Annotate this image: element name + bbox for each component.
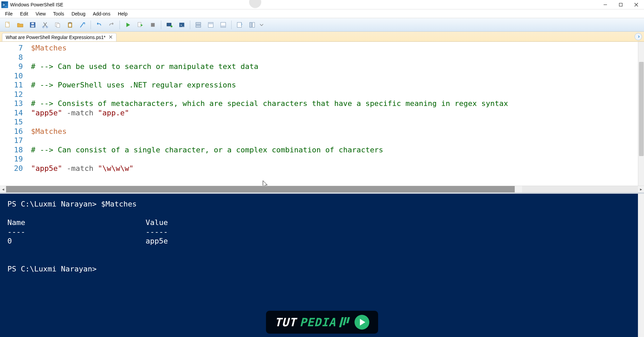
- line-number: 20: [0, 164, 27, 174]
- toolbar: >_: [0, 18, 644, 32]
- menu-help[interactable]: Help: [115, 10, 131, 17]
- layout-top-button[interactable]: [205, 20, 216, 30]
- svg-rect-11: [57, 24, 60, 27]
- editor-horizontal-scrollbar[interactable]: ◂ ▸: [0, 186, 644, 192]
- tab-label: What are PowerShell Regular Expressions.…: [6, 35, 105, 40]
- svg-rect-1: [619, 3, 622, 6]
- run-button[interactable]: [122, 20, 134, 30]
- code-area[interactable]: $Matches# --> Can be used to search or m…: [27, 42, 644, 186]
- code-line[interactable]: [27, 155, 644, 164]
- svg-rect-4: [6, 22, 9, 27]
- console-underline: -----: [146, 228, 168, 236]
- scrollbar-track[interactable]: [522, 186, 638, 192]
- code-line[interactable]: [27, 90, 644, 100]
- code-line[interactable]: # --> Consists of metacharacters, which …: [27, 99, 644, 109]
- svg-rect-22: [196, 25, 201, 27]
- toolbar-separator: [161, 21, 161, 29]
- cut-button[interactable]: [39, 20, 51, 30]
- svg-rect-21: [196, 22, 201, 24]
- menu-tools[interactable]: Tools: [50, 10, 67, 17]
- toolbar-separator: [190, 21, 190, 29]
- line-number: 10: [0, 72, 27, 81]
- maximize-button[interactable]: [613, 0, 629, 9]
- watermark: TUT PEDIA: [266, 311, 378, 334]
- svg-rect-28: [250, 22, 252, 27]
- toolbar-separator: [91, 21, 91, 29]
- menu-file[interactable]: File: [2, 10, 16, 17]
- svg-rect-26: [221, 25, 226, 27]
- undo-button[interactable]: [93, 20, 105, 30]
- code-line[interactable]: $Matches: [27, 44, 644, 53]
- code-line[interactable]: # --> PowerShell uses .NET regular expre…: [27, 81, 644, 90]
- menu-view[interactable]: View: [33, 10, 49, 17]
- console-header-value: Value: [146, 218, 168, 227]
- console-command: $Matches: [101, 200, 137, 208]
- console-vertical-scrollbar[interactable]: [638, 194, 644, 337]
- find-button[interactable]: [77, 20, 88, 30]
- scroll-right-button[interactable]: ▸: [638, 186, 644, 192]
- svg-rect-13: [69, 24, 71, 27]
- editor-tab[interactable]: What are PowerShell Regular Expressions.…: [2, 33, 116, 41]
- code-line[interactable]: [27, 72, 644, 81]
- code-line[interactable]: [27, 118, 644, 127]
- svg-rect-29: [252, 22, 255, 27]
- code-line[interactable]: # --> Can consist of a single character,…: [27, 146, 644, 155]
- line-number: 13: [0, 99, 27, 109]
- stop-button[interactable]: [147, 20, 159, 30]
- console-prompt: PS C:\Luxmi Narayan>: [7, 265, 97, 273]
- console-pane[interactable]: PS C:\Luxmi Narayan> $Matches Name Value…: [0, 194, 644, 337]
- svg-rect-17: [167, 23, 171, 26]
- remote-button[interactable]: [164, 20, 175, 30]
- scroll-left-button[interactable]: ◂: [0, 186, 6, 192]
- decorative-circle: [249, 0, 261, 8]
- menubar: File Edit View Tools Debug Add-ons Help: [0, 9, 644, 18]
- save-button[interactable]: [27, 20, 38, 30]
- minimize-button[interactable]: [598, 0, 613, 9]
- line-number: 11: [0, 81, 27, 90]
- redo-button[interactable]: [106, 20, 117, 30]
- tab-expand-button[interactable]: [635, 33, 642, 40]
- code-line[interactable]: [27, 53, 644, 63]
- scrollbar-thumb[interactable]: [639, 62, 644, 156]
- line-number: 17: [0, 136, 27, 146]
- tab-close-icon[interactable]: ✕: [108, 35, 113, 40]
- svg-rect-7: [31, 25, 34, 27]
- layout-bottom-button[interactable]: [217, 20, 229, 30]
- code-line[interactable]: "app5e" -match "app.e": [27, 109, 644, 118]
- paste-button[interactable]: [64, 20, 76, 30]
- toolbar-overflow-button[interactable]: [259, 20, 264, 30]
- line-number: 8: [0, 53, 27, 63]
- line-number: 15: [0, 118, 27, 127]
- watermark-text: PEDIA: [300, 315, 336, 329]
- line-number: 16: [0, 127, 27, 137]
- svg-point-18: [171, 25, 173, 27]
- show-addon-button[interactable]: [246, 20, 258, 30]
- editor-vertical-scrollbar[interactable]: [638, 42, 644, 186]
- tabbar: What are PowerShell Regular Expressions.…: [0, 32, 644, 42]
- console-prompt: PS C:\Luxmi Narayan>: [7, 200, 97, 208]
- svg-rect-16: [151, 23, 155, 27]
- script-editor[interactable]: 7891011121314151617181920 $Matches# --> …: [0, 42, 644, 186]
- code-line[interactable]: [27, 136, 644, 146]
- watermark-text: TUT: [275, 315, 296, 329]
- powershell-button[interactable]: >_: [176, 20, 188, 30]
- console-underline: ----: [7, 228, 25, 236]
- code-line[interactable]: $Matches: [27, 127, 644, 137]
- show-command-button[interactable]: [234, 20, 245, 30]
- code-line[interactable]: "app5e" -match "\w\w\w": [27, 164, 644, 174]
- svg-point-8: [42, 26, 44, 28]
- open-file-button[interactable]: [14, 20, 26, 30]
- scrollbar-thumb[interactable]: [6, 186, 515, 192]
- run-selection-button[interactable]: [135, 20, 146, 30]
- layout-both-button[interactable]: [193, 20, 204, 30]
- svg-rect-24: [208, 22, 213, 24]
- menu-edit[interactable]: Edit: [17, 10, 31, 17]
- menu-addons[interactable]: Add-ons: [90, 10, 113, 17]
- new-file-button[interactable]: [2, 20, 13, 30]
- code-line[interactable]: # --> Can be used to search or manipulat…: [27, 62, 644, 72]
- line-number: 7: [0, 44, 27, 53]
- close-button[interactable]: [629, 0, 644, 9]
- copy-button[interactable]: [52, 20, 63, 30]
- menu-debug[interactable]: Debug: [68, 10, 88, 17]
- line-number-gutter: 7891011121314151617181920: [0, 42, 27, 186]
